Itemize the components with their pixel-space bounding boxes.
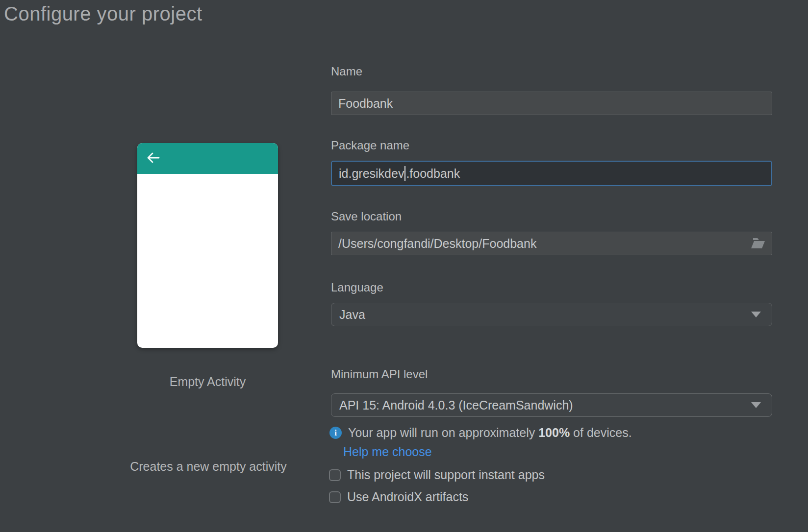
min-api-select[interactable]: API 15: Android 4.0.3 (IceCreamSandwich) [331,393,772,417]
template-description: Creates a new empty activity [113,459,304,474]
api-info-row: i Your app will run on approximately 100… [329,426,632,440]
language-value: Java [339,308,365,322]
chevron-down-icon [751,402,761,408]
back-arrow-icon [146,151,161,166]
name-input[interactable] [331,92,772,115]
page-title: Configure your project [4,3,202,25]
chevron-down-icon [751,312,761,317]
api-info-text: Your app will run on approximately 100% … [348,426,632,440]
template-name: Empty Activity [137,375,278,389]
template-preview-card [137,143,278,348]
save-location-input[interactable]: /Users/congfandi/Desktop/Foodbank [331,232,772,255]
text-caret [404,166,405,181]
template-preview-appbar [137,143,278,174]
instant-apps-label: This project will support instant apps [347,468,545,482]
androidx-label: Use AndroidX artifacts [347,490,468,504]
package-name-value-before-caret: id.gresikdev [339,167,404,181]
min-api-value: API 15: Android 4.0.3 (IceCreamSandwich) [339,398,573,412]
package-name-input[interactable]: id.gresikdev.foodbank [331,161,772,186]
instant-apps-checkbox[interactable] [329,469,341,481]
package-name-value-after-caret: .foodbank [406,167,460,181]
folder-icon[interactable] [750,236,767,251]
androidx-row: Use AndroidX artifacts [329,490,468,504]
api-info-percentage: 100% [538,426,570,439]
save-location-value: /Users/congfandi/Desktop/Foodbank [338,237,536,251]
instant-apps-row: This project will support instant apps [329,468,545,482]
info-icon: i [329,427,342,439]
help-me-choose-link[interactable]: Help me choose [343,445,432,459]
configure-project-page: { "window": { "title": "Configure your p… [0,0,808,532]
language-select[interactable]: Java [331,303,772,326]
name-label: Name [331,65,362,78]
package-name-label: Package name [331,139,409,152]
save-location-label: Save location [331,210,402,223]
min-api-label: Minimum API level [331,367,428,381]
androidx-checkbox[interactable] [329,491,341,503]
language-label: Language [331,281,383,294]
